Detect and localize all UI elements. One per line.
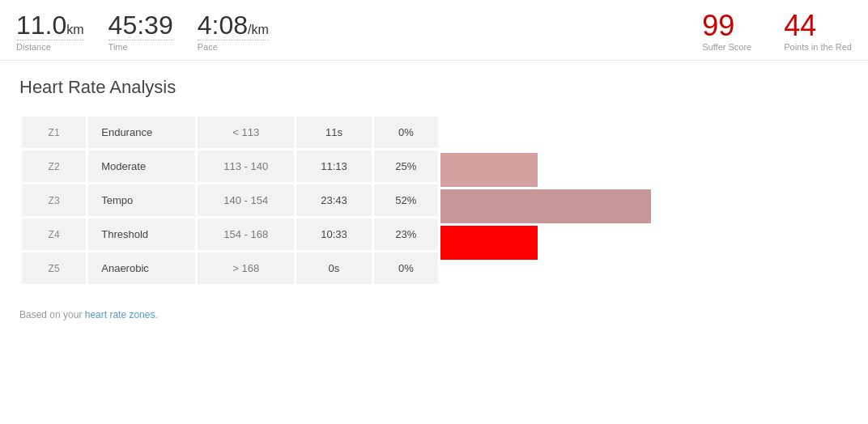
zone-time: 23:43: [296, 184, 371, 216]
distance-number: 11.0: [16, 11, 66, 40]
zone-time: 10:33: [296, 218, 371, 250]
zone-percent: 25%: [374, 151, 438, 182]
table-row: Z5 Anaerobic > 168 0s 0%: [22, 252, 438, 284]
pace-number: 4:08: [198, 11, 248, 40]
stats-header: 11.0km Distance 45:39 Time 4:08/km Pace …: [0, 0, 868, 61]
bar-z4: [440, 226, 538, 260]
zone-id: Z5: [22, 252, 86, 284]
pace-stat: 4:08/km Pace: [198, 12, 269, 52]
zone-time: 11s: [296, 117, 371, 148]
zone-time: 11:13: [296, 151, 371, 182]
zone-name: Anaerobic: [88, 252, 195, 284]
hr-table-container: Z1 Endurance < 113 11s 0% Z2 Moderate 11…: [19, 114, 849, 296]
zone-percent: 52%: [374, 184, 438, 216]
suffer-score-label: Suffer Score: [702, 42, 751, 52]
zone-percent: 23%: [374, 218, 438, 250]
zone-name: Tempo: [88, 184, 195, 216]
footer-note: Based on your heart rate zones.: [19, 309, 849, 320]
bar-row: [440, 153, 651, 187]
distance-value: 11.0km: [16, 12, 84, 38]
zone-name: Threshold: [88, 218, 195, 250]
points-in-red-value: 44: [784, 11, 816, 40]
zone-id: Z2: [22, 151, 86, 182]
zone-percent: 0%: [374, 252, 438, 284]
pace-value: 4:08/km: [198, 12, 269, 38]
zone-id: Z1: [22, 117, 86, 148]
points-in-red-stat: 44 Points in the Red: [784, 11, 852, 52]
section-title: Heart Rate Analysis: [19, 77, 849, 98]
distance-unit: km: [66, 23, 83, 36]
table-row: Z2 Moderate 113 - 140 11:13 25%: [22, 151, 438, 182]
zone-range: < 113: [198, 117, 294, 148]
footer-text: Based on your: [19, 309, 85, 320]
main-content: Heart Rate Analysis Z1 Endurance < 113 1…: [0, 61, 868, 337]
suffer-score-value: 99: [702, 11, 734, 40]
heart-rate-zones-link[interactable]: heart rate zones.: [85, 309, 158, 320]
time-value: 45:39: [108, 12, 173, 38]
bar-chart-area: [440, 114, 651, 296]
zone-name: Endurance: [88, 117, 195, 148]
zone-id: Z3: [22, 184, 86, 216]
zone-range: 154 - 168: [198, 218, 294, 250]
table-row: Z3 Tempo 140 - 154 23:43 52%: [22, 184, 438, 216]
zone-name: Moderate: [88, 151, 195, 182]
points-in-red-label: Points in the Red: [784, 42, 852, 52]
bar-row: [440, 226, 651, 260]
bar-row: [440, 189, 651, 223]
distance-stat: 11.0km Distance: [16, 12, 84, 52]
table-row: Z4 Threshold 154 - 168 10:33 23%: [22, 218, 438, 250]
zone-range: 140 - 154: [198, 184, 294, 216]
bar-row: [440, 262, 651, 296]
zone-id: Z4: [22, 218, 86, 250]
bar-row: [440, 117, 651, 151]
hr-zones-table: Z1 Endurance < 113 11s 0% Z2 Moderate 11…: [19, 114, 440, 286]
bar-z2: [440, 153, 538, 187]
zone-range: > 168: [198, 252, 294, 284]
suffer-score-stat: 99 Suffer Score: [702, 11, 751, 52]
time-label: Time: [108, 40, 173, 52]
distance-label: Distance: [16, 40, 84, 52]
bar-z3: [440, 189, 651, 223]
zone-range: 113 - 140: [198, 151, 294, 182]
zone-percent: 0%: [374, 117, 438, 148]
pace-label: Pace: [198, 40, 269, 52]
pace-unit: /km: [248, 23, 269, 36]
zone-time: 0s: [296, 252, 371, 284]
table-row: Z1 Endurance < 113 11s 0%: [22, 117, 438, 148]
time-stat: 45:39 Time: [108, 12, 173, 52]
stats-right: 99 Suffer Score 44 Points in the Red: [702, 11, 852, 52]
